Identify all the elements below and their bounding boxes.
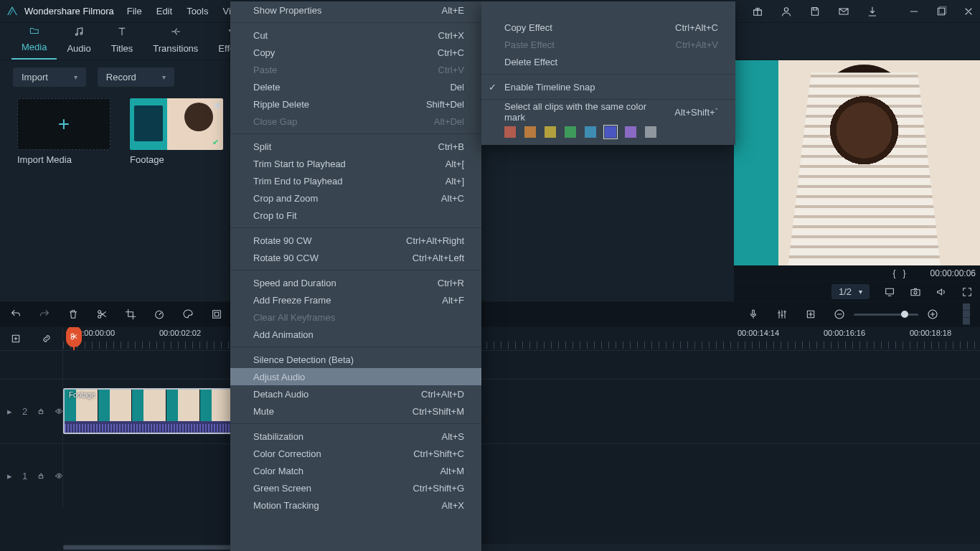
menu-item-delete-effect[interactable]: Delete Effect bbox=[481, 53, 735, 70]
menu-item-green-screen[interactable]: Green ScreenCtrl+Shift+G bbox=[230, 479, 481, 496]
record-dropdown[interactable]: Record ▾ bbox=[98, 67, 174, 87]
color-swatch[interactable] bbox=[645, 126, 656, 138]
menu-item-crop-to-fit[interactable]: Crop to Fit bbox=[230, 207, 481, 224]
menu-item-trim-end-to-playhead[interactable]: Trim End to PlayheadAlt+] bbox=[230, 172, 481, 189]
menu-item-adjust-audio[interactable]: Adjust Audio bbox=[230, 368, 481, 385]
zoom-track[interactable] bbox=[854, 314, 918, 316]
menu-item-add-animation[interactable]: Add Animation bbox=[230, 326, 481, 343]
close-button[interactable] bbox=[963, 6, 974, 17]
menu-item-mute[interactable]: MuteCtrl+Shift+M bbox=[230, 402, 481, 420]
gift-icon[interactable] bbox=[752, 6, 763, 17]
menu-item-add-freeze-frame[interactable]: Add Freeze FrameAlt+F bbox=[230, 291, 481, 309]
menu-item-crop-and-zoom[interactable]: Crop and ZoomAlt+C bbox=[230, 189, 481, 207]
menu-item-rotate-90-cw[interactable]: Rotate 90 CWCtrl+Alt+Right bbox=[230, 232, 481, 249]
menu-item-label: Paste Effect bbox=[504, 39, 555, 50]
menu-item-enable-timeline-snap[interactable]: ✓Enable Timeline Snap bbox=[481, 78, 735, 95]
menu-item-copy-effect[interactable]: Copy EffectCtrl+Alt+C bbox=[481, 19, 735, 36]
color-swatch[interactable] bbox=[605, 126, 616, 138]
maximize-button[interactable] bbox=[936, 6, 947, 17]
save-icon[interactable] bbox=[809, 6, 821, 17]
eye-icon[interactable] bbox=[55, 471, 62, 482]
snapshot-icon[interactable] bbox=[910, 286, 921, 298]
color-swatch[interactable] bbox=[524, 126, 536, 138]
zoom-in-icon[interactable] bbox=[927, 309, 938, 320]
tab-titles[interactable]: Titles bbox=[101, 22, 143, 60]
eye-icon[interactable] bbox=[55, 406, 62, 418]
lock-icon[interactable] bbox=[37, 406, 44, 418]
timeline-clip-footage[interactable]: Footage bbox=[63, 388, 235, 434]
track-spacer bbox=[0, 350, 980, 379]
track-body[interactable]: Footage bbox=[63, 380, 980, 443]
import-media-tile[interactable]: + Import Media bbox=[17, 98, 114, 165]
menu-item-color-match[interactable]: Color MatchAlt+M bbox=[230, 462, 481, 479]
menu-item-shortcut: Ctrl+C bbox=[418, 47, 464, 58]
menu-item-show-properties[interactable]: Show PropertiesAlt+E bbox=[230, 1, 481, 19]
mail-icon[interactable] bbox=[838, 6, 849, 17]
volume-icon[interactable] bbox=[936, 286, 947, 298]
color-swatch[interactable] bbox=[504, 126, 516, 138]
color-swatch[interactable] bbox=[625, 126, 636, 138]
account-icon[interactable] bbox=[781, 6, 792, 17]
split-icon[interactable] bbox=[96, 309, 108, 320]
zoom-slider[interactable] bbox=[834, 309, 938, 320]
menu-item-ripple-delete[interactable]: Ripple DeleteShift+Del bbox=[230, 95, 481, 113]
crop-icon[interactable] bbox=[125, 309, 136, 320]
color-swatch[interactable] bbox=[545, 126, 556, 138]
mark-out-bracket[interactable]: } bbox=[903, 268, 906, 278]
download-icon[interactable] bbox=[867, 6, 878, 17]
record-voiceover-icon[interactable] bbox=[748, 309, 759, 320]
lock-icon[interactable] bbox=[37, 471, 44, 482]
time-ruler[interactable]: 00:00:00:0000:00:02:0200:00:14:1400:00:1… bbox=[63, 327, 980, 350]
track-number: 2 bbox=[22, 406, 27, 417]
marker-add-icon[interactable] bbox=[805, 309, 816, 320]
menu-item-motion-tracking[interactable]: Motion TrackingAlt+X bbox=[230, 496, 481, 514]
menu-edit[interactable]: Edit bbox=[156, 6, 172, 17]
speed-icon[interactable] bbox=[154, 309, 165, 320]
playhead[interactable] bbox=[73, 327, 75, 350]
preview-viewport[interactable] bbox=[734, 60, 980, 265]
menu-item-color-correction[interactable]: Color CorrectionCtrl+Shift+C bbox=[230, 445, 481, 462]
tab-transitions[interactable]: Transitions bbox=[143, 22, 208, 60]
color-swatch[interactable] bbox=[565, 126, 576, 138]
menu-item-rotate-90-ccw[interactable]: Rotate 90 CCWCtrl+Alt+Left bbox=[230, 249, 481, 266]
redo-icon[interactable] bbox=[39, 309, 50, 320]
zoom-out-icon[interactable] bbox=[834, 309, 845, 320]
menu-item-split[interactable]: SplitCtrl+B bbox=[230, 138, 481, 155]
menu-item-shortcut: Ctrl+Alt+D bbox=[401, 389, 464, 400]
tab-media[interactable]: Media bbox=[11, 22, 57, 60]
menu-item-label: Mute bbox=[253, 406, 274, 417]
playhead-handle[interactable] bbox=[66, 327, 82, 347]
delete-icon[interactable] bbox=[67, 309, 79, 320]
link-icon[interactable] bbox=[41, 333, 52, 344]
preview-quality-select[interactable]: 1/2 ▾ bbox=[831, 284, 870, 299]
menu-item-copy[interactable]: CopyCtrl+C bbox=[230, 44, 481, 61]
menu-item-label: Delete Effect bbox=[504, 57, 557, 67]
import-dropdown[interactable]: Import ▾ bbox=[13, 67, 86, 87]
add-marker-icon[interactable] bbox=[10, 333, 22, 344]
menu-item-silence-detection-beta[interactable]: Silence Detection (Beta) bbox=[230, 351, 481, 368]
menu-item-trim-start-to-playhead[interactable]: Trim Start to PlayheadAlt+[ bbox=[230, 155, 481, 172]
menu-item-speed-and-duration[interactable]: Speed and DurationCtrl+R bbox=[230, 274, 481, 291]
menu-item-cut[interactable]: CutCtrl+X bbox=[230, 27, 481, 44]
tab-audio[interactable]: Audio bbox=[57, 22, 100, 60]
display-icon[interactable] bbox=[884, 286, 895, 298]
svg-rect-25 bbox=[39, 476, 43, 479]
menu-item-detach-audio[interactable]: Detach AudioCtrl+Alt+D bbox=[230, 385, 481, 402]
fullscreen-icon[interactable] bbox=[961, 286, 973, 298]
menu-item-stabilization[interactable]: StabilizationAlt+S bbox=[230, 428, 481, 445]
mixer-icon[interactable] bbox=[776, 309, 788, 320]
zoom-knob[interactable] bbox=[901, 311, 908, 318]
mark-in-bracket[interactable]: { bbox=[893, 268, 896, 278]
menu-tools[interactable]: Tools bbox=[187, 6, 208, 17]
undo-icon[interactable] bbox=[10, 309, 22, 320]
media-clip-footage[interactable]: ▣ ✔ Footage bbox=[130, 98, 227, 165]
color-icon[interactable] bbox=[182, 309, 194, 320]
menu-file[interactable]: File bbox=[127, 6, 142, 17]
timeline-hscroll[interactable] bbox=[63, 544, 980, 551]
menu-item-delete[interactable]: DeleteDel bbox=[230, 78, 481, 95]
track-body[interactable] bbox=[63, 444, 980, 508]
color-swatch[interactable] bbox=[585, 126, 596, 138]
svg-point-26 bbox=[58, 475, 60, 477]
minimize-button[interactable] bbox=[908, 6, 920, 17]
greenscreen-icon[interactable] bbox=[211, 309, 222, 320]
